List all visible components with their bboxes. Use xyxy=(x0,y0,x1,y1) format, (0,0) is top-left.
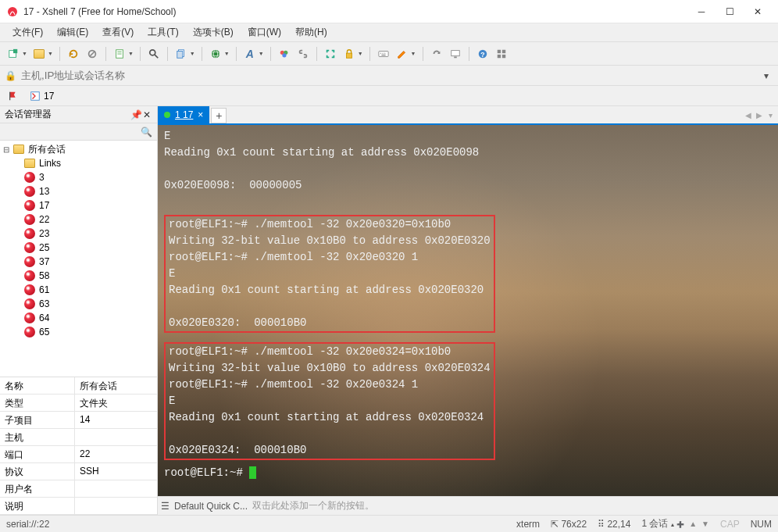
prop-value: 22 xyxy=(75,446,157,462)
font-icon[interactable]: A xyxy=(242,46,258,62)
menu-edit[interactable]: 编辑(E) xyxy=(52,24,93,41)
color-icon[interactable] xyxy=(277,46,292,62)
app-icon[interactable] xyxy=(494,46,509,62)
tab-active[interactable]: 1 17 × xyxy=(158,106,209,123)
svg-point-20 xyxy=(380,52,380,53)
menu-icon[interactable]: ☰ xyxy=(161,501,170,512)
lock-icon[interactable] xyxy=(341,46,357,62)
close-button[interactable]: ✕ xyxy=(744,0,772,23)
tree-session-item[interactable]: 25 xyxy=(0,241,157,255)
refresh-icon[interactable] xyxy=(429,46,444,62)
tree-session-item[interactable]: 23 xyxy=(0,227,157,241)
menu-tools[interactable]: 工具(T) xyxy=(143,24,183,41)
quickcmd-hint[interactable]: 双击此处添加一个新的按钮。 xyxy=(252,499,374,512)
bookmark-flag[interactable] xyxy=(5,90,22,102)
quick-command-bar: ☰ Default Quick C... 双击此处添加一个新的按钮。 xyxy=(158,496,778,515)
globe-icon[interactable] xyxy=(208,46,223,62)
quickcmd-label[interactable]: Default Quick C... xyxy=(174,501,248,512)
sidebar-search[interactable]: 🔍 xyxy=(0,123,157,141)
new-session-dropdown[interactable]: ▼ xyxy=(22,51,27,56)
prop-value xyxy=(75,480,157,497)
monitor-icon[interactable] xyxy=(448,46,463,62)
tab-prev-icon[interactable]: ◀ xyxy=(744,109,753,121)
tab-strip: 1 17 × + ◀ ▶ ▾ xyxy=(158,106,778,125)
tree-session-item[interactable]: 65 xyxy=(0,325,157,339)
tree-root[interactable]: ⊟ 所有会话 xyxy=(0,142,157,156)
close-panel-icon[interactable]: ✕ xyxy=(141,109,152,120)
toolbar-sep xyxy=(105,47,106,61)
tree-session-item[interactable]: 61 xyxy=(0,283,157,297)
maximize-button[interactable]: ☐ xyxy=(716,0,744,23)
help-icon[interactable]: ? xyxy=(475,46,491,62)
tab-close-icon[interactable]: × xyxy=(198,109,203,120)
address-dropdown[interactable]: ▾ xyxy=(759,70,773,81)
svg-rect-30 xyxy=(497,54,500,57)
tree-label: 65 xyxy=(39,327,49,337)
svg-text:?: ? xyxy=(480,50,484,58)
prop-value xyxy=(75,498,157,514)
session-icon xyxy=(23,171,36,184)
menu-file[interactable]: 文件(F) xyxy=(8,24,48,41)
address-input[interactable] xyxy=(21,70,759,81)
svg-rect-19 xyxy=(378,51,387,56)
bookmark-label: 17 xyxy=(44,91,54,102)
session-icon xyxy=(23,227,36,240)
expand-icon[interactable]: ⊟ xyxy=(2,145,11,154)
prop-value: 14 xyxy=(75,412,157,428)
pin-icon[interactable]: 📌 xyxy=(130,109,141,120)
tree-session-item[interactable]: 58 xyxy=(0,269,157,283)
toolbar-sep xyxy=(316,47,317,61)
tree-session-item[interactable]: 64 xyxy=(0,311,157,325)
toolbar-sep xyxy=(140,47,141,61)
edit-dropdown[interactable]: ▼ xyxy=(411,51,416,56)
tree-session-item[interactable]: 13 xyxy=(0,184,157,198)
status-down-icon[interactable]: ▼ xyxy=(701,520,709,528)
svg-rect-18 xyxy=(346,53,352,58)
menu-view[interactable]: 查看(V) xyxy=(98,24,138,41)
tree-session-item[interactable]: 37 xyxy=(0,255,157,269)
edit-icon[interactable] xyxy=(394,46,410,62)
properties-dropdown[interactable]: ▼ xyxy=(128,51,134,56)
globe-dropdown[interactable]: ▼ xyxy=(224,51,230,56)
new-session-icon[interactable] xyxy=(5,46,21,62)
tree-session-item[interactable]: 3 xyxy=(0,170,157,184)
menu-window[interactable]: 窗口(W) xyxy=(243,24,286,41)
tab-next-icon[interactable]: ▶ xyxy=(755,109,764,121)
status-up-icon[interactable]: ▲ xyxy=(689,520,697,528)
open-icon[interactable] xyxy=(31,46,47,62)
properties-icon[interactable] xyxy=(112,46,127,62)
search-icon[interactable] xyxy=(146,46,162,62)
svg-rect-23 xyxy=(381,54,385,55)
copy-icon[interactable] xyxy=(173,46,189,62)
lock-dropdown[interactable]: ▼ xyxy=(358,51,363,56)
open-dropdown[interactable]: ▼ xyxy=(48,51,53,56)
menu-tabs[interactable]: 选项卡(B) xyxy=(188,24,238,41)
toolbar-sep xyxy=(59,47,60,61)
tree-session-item[interactable]: 17 xyxy=(0,198,157,212)
keyboard-icon[interactable] xyxy=(376,46,391,62)
minimize-button[interactable]: ─ xyxy=(687,0,716,23)
tree-label: 17 xyxy=(39,200,49,211)
status-sessions[interactable]: 1 会话 ▴ ➕ xyxy=(641,517,684,530)
link-icon[interactable] xyxy=(295,46,311,62)
tree-label: 23 xyxy=(39,228,49,239)
font-dropdown[interactable]: ▼ xyxy=(259,51,264,56)
prop-value: SSH xyxy=(75,463,157,480)
toolbar: ▼ ▼ ▼ ▼ ▼ A ▼ ▼ ▼ ? xyxy=(0,42,778,66)
tab-menu-icon[interactable]: ▾ xyxy=(766,109,775,121)
disconnect-icon[interactable] xyxy=(84,46,100,62)
fullscreen-icon[interactable] xyxy=(323,46,338,62)
status-size: ⇱ 76x22 xyxy=(551,519,587,530)
tree-session-item[interactable]: 22 xyxy=(0,212,157,227)
tree-root-label: 所有会话 xyxy=(28,143,66,156)
copy-dropdown[interactable]: ▼ xyxy=(190,51,195,56)
svg-rect-25 xyxy=(454,56,457,58)
tree-links[interactable]: Links xyxy=(0,156,157,170)
bookmark-item[interactable]: 17 xyxy=(27,90,57,102)
new-tab-button[interactable]: + xyxy=(211,108,227,123)
reconnect-icon[interactable] xyxy=(66,46,81,62)
terminal[interactable]: EReading 0x1 count starting at address 0… xyxy=(158,125,778,496)
menu-help[interactable]: 帮助(H) xyxy=(291,24,332,41)
session-icon xyxy=(23,312,36,324)
tree-session-item[interactable]: 63 xyxy=(0,297,157,311)
